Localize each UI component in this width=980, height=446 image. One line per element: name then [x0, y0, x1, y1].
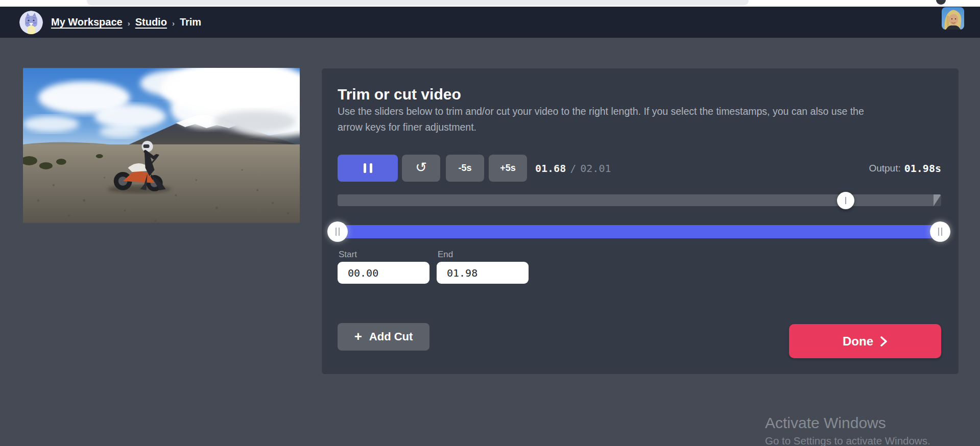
output-value: 01.98s	[904, 162, 941, 175]
output-duration: Output: 01.98s	[869, 155, 941, 182]
done-label: Done	[843, 334, 873, 349]
restart-icon: ↺	[415, 159, 427, 176]
trim-panel: Trim or cut video Use the sliders below …	[322, 68, 959, 374]
pause-button[interactable]	[338, 155, 398, 182]
breadcrumb-my-workspace[interactable]: My Workspace	[51, 16, 123, 28]
rewind-5s-button[interactable]: -5s	[446, 155, 484, 182]
breadcrumb-studio[interactable]: Studio	[135, 16, 167, 28]
user-profile-avatar[interactable]	[942, 7, 964, 30]
activate-windows-watermark: Activate Windows Go to Settings to activ…	[765, 414, 930, 446]
cat-avatar-icon	[19, 11, 43, 34]
add-cut-label: Add Cut	[369, 330, 413, 343]
start-time-input[interactable]	[338, 262, 429, 284]
description-line-2: arrow keys for finer adjustment.	[338, 121, 476, 133]
breadcrumb: My Workspace › Studio › Trim	[51, 7, 201, 38]
panel-description: Use the sliders below to trim and/or cut…	[338, 104, 945, 135]
total-duration: 02.01	[580, 162, 611, 175]
video-frame-motorcycle-volcano	[23, 68, 300, 223]
time-separator: /	[570, 162, 576, 175]
trim-range-fill	[338, 225, 939, 238]
forward-5s-button[interactable]: +5s	[489, 155, 527, 182]
workspace-avatar[interactable]	[19, 11, 43, 34]
pause-icon	[364, 163, 372, 173]
time-display: 01.68 / 02.01	[535, 155, 611, 182]
description-line-1: Use the sliders below to trim and/or cut…	[338, 106, 864, 117]
page-title: Trim or cut video	[338, 86, 461, 103]
profile-photo	[942, 7, 964, 30]
done-button[interactable]: Done	[789, 324, 941, 358]
end-label: End	[438, 250, 453, 260]
browser-toolbar-icon	[936, 0, 946, 5]
current-time: 01.68	[535, 162, 566, 175]
top-navbar: My Workspace › Studio › Trim	[0, 7, 980, 38]
restart-button[interactable]: ↺	[402, 155, 440, 182]
trim-end-handle[interactable]	[930, 221, 950, 242]
browser-top-strip	[0, 0, 980, 7]
start-label: Start	[339, 250, 357, 260]
output-label: Output:	[869, 163, 900, 174]
trim-range-slider[interactable]	[338, 225, 941, 238]
breadcrumb-separator-icon: ›	[128, 19, 130, 28]
video-preview-thumbnail	[23, 68, 300, 223]
chevron-right-icon	[879, 336, 888, 347]
watermark-subtitle: Go to Settings to activate Windows.	[765, 435, 930, 446]
plus-icon: +	[354, 330, 362, 343]
browser-omnibox-edge	[87, 0, 749, 6]
end-time-input[interactable]	[437, 262, 529, 284]
seek-slider-track[interactable]	[338, 194, 941, 206]
seek-slider-thumb[interactable]	[837, 192, 854, 209]
watermark-title: Activate Windows	[765, 414, 930, 432]
add-cut-button[interactable]: + Add Cut	[338, 323, 429, 351]
breadcrumb-trim: Trim	[180, 16, 201, 28]
breadcrumb-separator-icon: ›	[172, 19, 175, 28]
trim-start-handle[interactable]	[327, 221, 348, 242]
